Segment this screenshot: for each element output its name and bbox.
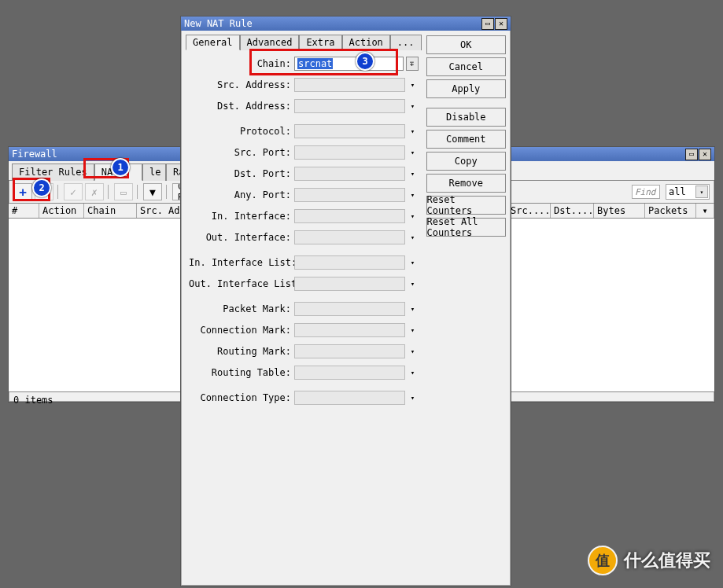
- expand-icon[interactable]: ▾: [408, 189, 419, 201]
- disable-button[interactable]: Disable: [426, 108, 506, 127]
- connection-mark-input[interactable]: [294, 323, 405, 337]
- nat-button-panel: OK Cancel Apply Disable Comment Copy Rem…: [426, 34, 506, 415]
- col-src-port[interactable]: Src....: [507, 204, 551, 218]
- add-button[interactable]: +: [13, 183, 32, 200]
- protocol-input[interactable]: [294, 124, 405, 138]
- expand-icon[interactable]: ▾: [408, 366, 419, 379]
- watermark: 值 什么值得买: [588, 546, 710, 575]
- col-dst-port[interactable]: Dst....: [551, 204, 594, 218]
- tab-extra[interactable]: Extra: [299, 35, 341, 50]
- col-bytes[interactable]: Bytes: [594, 204, 645, 218]
- label-connection-type: Connection Type:: [189, 392, 294, 403]
- remove-button[interactable]: Remove: [426, 174, 506, 193]
- label-routing-table: Routing Table:: [189, 367, 294, 378]
- copy-button[interactable]: Copy: [426, 152, 506, 171]
- minimize-icon[interactable]: ▭: [685, 149, 698, 160]
- chain-input[interactable]: srcnat: [294, 57, 404, 71]
- firewall-title: Firewall: [12, 149, 57, 160]
- nat-tabs: General Advanced Extra Action ...: [186, 34, 422, 50]
- tab-action[interactable]: Action: [342, 35, 390, 50]
- connection-type-input[interactable]: [294, 391, 405, 405]
- label-out-interface-list: Out. Interface List:: [189, 278, 294, 289]
- nat-title: New NAT Rule: [184, 18, 253, 29]
- enable-button[interactable]: ✓: [64, 183, 83, 200]
- out-interface-input[interactable]: [294, 230, 405, 244]
- separator: [108, 185, 110, 199]
- label-any-port: Any. Port:: [189, 189, 294, 200]
- chevron-down-icon[interactable]: ▾: [695, 186, 708, 198]
- label-chain: Chain:: [189, 58, 294, 69]
- label-connection-mark: Connection Mark:: [189, 325, 294, 336]
- expand-icon[interactable]: ▾: [408, 324, 419, 336]
- label-routing-mark: Routing Mark:: [189, 346, 294, 357]
- in-interface-input[interactable]: [294, 209, 405, 223]
- tab-more[interactable]: ...: [390, 35, 422, 50]
- chain-dropdown-icon[interactable]: ∓: [406, 57, 419, 71]
- label-protocol: Protocol:: [189, 126, 294, 137]
- col-packets[interactable]: Packets: [645, 204, 696, 218]
- expand-icon[interactable]: ▾: [408, 146, 419, 159]
- minimize-icon[interactable]: ▭: [481, 18, 494, 30]
- comment-button[interactable]: Comment: [426, 130, 506, 149]
- packet-mark-input[interactable]: [294, 302, 405, 316]
- filter-combo[interactable]: all ▾: [666, 184, 710, 200]
- col-menu-icon[interactable]: ▾: [696, 204, 714, 218]
- reset-counters-button[interactable]: Reset Counters: [426, 196, 506, 215]
- nat-titlebar[interactable]: New NAT Rule ▭ ✕: [181, 17, 511, 31]
- tab-filter-rules[interactable]: Filter Rules: [12, 164, 94, 181]
- label-in-interface-list: In. Interface List:: [189, 257, 294, 268]
- label-out-interface: Out. Interface:: [189, 232, 294, 243]
- expand-icon[interactable]: ▾: [408, 167, 419, 180]
- col-chain[interactable]: Chain: [84, 204, 137, 218]
- expand-icon[interactable]: ▾: [408, 210, 419, 222]
- ok-button[interactable]: OK: [426, 35, 506, 54]
- expand-icon[interactable]: ▾: [408, 125, 419, 138]
- col-num[interactable]: #: [9, 204, 39, 218]
- tab-advanced[interactable]: Advanced: [240, 35, 300, 50]
- label-dst-port: Dst. Port:: [189, 168, 294, 179]
- expand-icon[interactable]: ▾: [408, 79, 419, 91]
- close-icon[interactable]: ✕: [495, 18, 507, 30]
- expand-icon[interactable]: ▾: [408, 391, 419, 404]
- src-address-input[interactable]: [294, 78, 405, 92]
- expand-icon[interactable]: ▾: [408, 100, 419, 112]
- label-dst-address: Dst. Address:: [189, 101, 294, 112]
- annotation-badge-1: 1: [111, 158, 130, 177]
- dst-address-input[interactable]: [294, 99, 405, 113]
- annotation-badge-2: 2: [32, 178, 51, 197]
- label-in-interface: In. Interface:: [189, 211, 294, 222]
- comment-button[interactable]: ▭: [114, 183, 133, 200]
- routing-table-input[interactable]: [294, 366, 405, 380]
- watermark-text: 什么值得买: [624, 549, 710, 572]
- label-src-port: Src. Port:: [189, 147, 294, 158]
- out-interface-list-input[interactable]: [294, 277, 405, 291]
- in-interface-list-input[interactable]: [294, 255, 405, 270]
- separator: [166, 185, 168, 199]
- close-icon[interactable]: ✕: [699, 149, 711, 160]
- filter-icon[interactable]: ▼: [143, 183, 162, 200]
- reset-all-counters-button[interactable]: Reset All Counters: [426, 218, 506, 237]
- nat-rule-dialog: New NAT Rule ▭ ✕ General Advanced Extra …: [180, 16, 511, 586]
- label-packet-mark: Packet Mark:: [189, 303, 294, 314]
- src-port-input[interactable]: [294, 145, 405, 160]
- apply-button[interactable]: Apply: [426, 79, 506, 98]
- find-input[interactable]: Find: [632, 185, 660, 199]
- expand-icon[interactable]: ▾: [408, 303, 419, 315]
- col-action[interactable]: Action: [39, 204, 84, 218]
- dst-port-input[interactable]: [294, 167, 405, 181]
- nat-form-panel: General Advanced Extra Action ... Chain:…: [186, 34, 422, 415]
- separator: [57, 185, 60, 199]
- any-port-input[interactable]: [294, 188, 405, 202]
- expand-icon[interactable]: ▾: [408, 256, 419, 269]
- expand-icon[interactable]: ▾: [408, 231, 419, 244]
- disable-button[interactable]: ✗: [85, 183, 104, 200]
- cancel-button[interactable]: Cancel: [426, 57, 506, 76]
- expand-icon[interactable]: ▾: [408, 277, 419, 290]
- tab-general[interactable]: General: [186, 35, 240, 50]
- label-src-address: Src. Address:: [189, 79, 294, 90]
- annotation-badge-3: 3: [356, 52, 374, 71]
- expand-icon[interactable]: ▾: [408, 345, 419, 358]
- tab-mangle[interactable]: le: [142, 164, 166, 181]
- separator: [137, 185, 139, 199]
- routing-mark-input[interactable]: [294, 344, 405, 358]
